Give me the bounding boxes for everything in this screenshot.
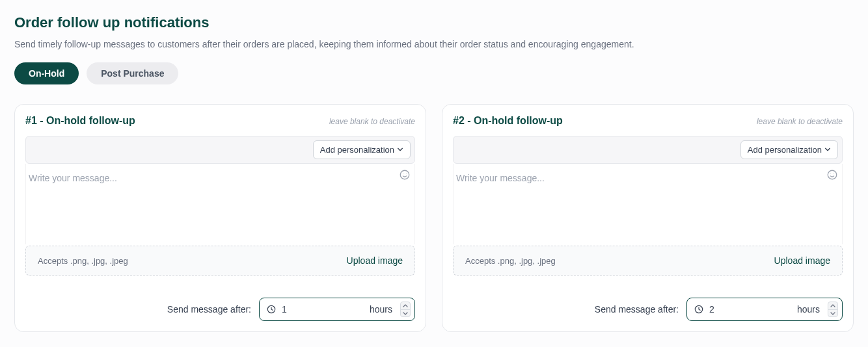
- add-personalization-label: Add personalization: [748, 145, 822, 155]
- time-unit: hours: [370, 304, 392, 315]
- message-textarea[interactable]: [26, 164, 414, 242]
- editor-toolbar: Add personalization: [25, 136, 415, 164]
- add-personalization-button[interactable]: Add personalization: [313, 140, 411, 159]
- step-down-button[interactable]: [828, 309, 837, 316]
- upload-area[interactable]: Accepts .png, .jpg, .jpeg Upload image: [453, 246, 843, 276]
- time-value-input[interactable]: [709, 304, 792, 315]
- step-down-button[interactable]: [401, 309, 410, 316]
- svg-point-2: [406, 174, 407, 174]
- card-title: #1 - On-hold follow-up: [25, 115, 135, 127]
- step-up-button[interactable]: [828, 302, 837, 309]
- chevron-down-icon: [397, 145, 403, 155]
- stepper: [828, 302, 838, 317]
- svg-point-5: [830, 174, 831, 174]
- step-up-button[interactable]: [401, 302, 410, 309]
- time-input[interactable]: hours: [259, 298, 415, 321]
- upload-area[interactable]: Accepts .png, .jpg, .jpeg Upload image: [25, 246, 415, 276]
- tab-post-purchase[interactable]: Post Purchase: [87, 62, 178, 84]
- accepts-label: Accepts .png, .jpg, .jpeg: [465, 256, 556, 266]
- send-after-label: Send message after:: [167, 304, 251, 315]
- clock-icon: [266, 304, 277, 315]
- deactivate-hint: leave blank to deactivate: [329, 117, 415, 126]
- time-value-input[interactable]: [282, 304, 364, 315]
- accepts-label: Accepts .png, .jpg, .jpeg: [38, 256, 128, 266]
- upload-image-button[interactable]: Upload image: [347, 255, 403, 266]
- add-personalization-label: Add personalization: [320, 145, 394, 155]
- deactivate-hint: leave blank to deactivate: [757, 117, 843, 126]
- emoji-icon[interactable]: [399, 169, 411, 181]
- chevron-down-icon: [824, 145, 831, 155]
- page-description: Send timely follow-up messages to custom…: [14, 39, 854, 49]
- followup-card-2: #2 - On-hold follow-up leave blank to de…: [442, 104, 854, 332]
- emoji-icon[interactable]: [826, 169, 838, 181]
- upload-image-button[interactable]: Upload image: [774, 255, 830, 266]
- followup-card-1: #1 - On-hold follow-up leave blank to de…: [14, 104, 426, 332]
- card-title: #2 - On-hold follow-up: [453, 115, 563, 127]
- editor-toolbar: Add personalization: [453, 136, 843, 164]
- svg-point-6: [834, 174, 834, 174]
- clock-icon: [694, 304, 704, 315]
- svg-point-0: [400, 170, 409, 179]
- tab-on-hold[interactable]: On-Hold: [14, 62, 79, 84]
- add-personalization-button[interactable]: Add personalization: [740, 140, 838, 159]
- time-unit: hours: [797, 304, 820, 315]
- tabs: On-Hold Post Purchase: [14, 62, 854, 84]
- send-after-label: Send message after:: [595, 304, 679, 315]
- time-input[interactable]: hours: [686, 298, 843, 321]
- message-textarea[interactable]: [454, 164, 842, 242]
- page-title: Order follow up notifications: [14, 14, 854, 31]
- svg-point-4: [828, 170, 837, 179]
- svg-point-1: [403, 174, 403, 174]
- stepper: [400, 302, 411, 317]
